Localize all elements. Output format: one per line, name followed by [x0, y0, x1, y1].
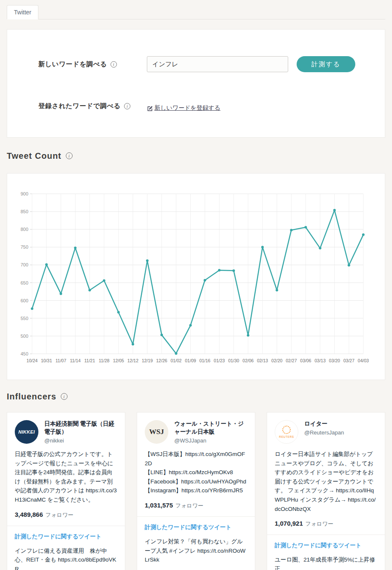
info-icon[interactable]: i	[61, 393, 68, 400]
svg-text:12/12: 12/12	[127, 358, 138, 363]
svg-text:11/14: 11/14	[70, 358, 81, 363]
word-search-input[interactable]	[147, 56, 288, 72]
svg-text:12/19: 12/19	[142, 358, 153, 363]
followers-count: 1,070,921	[275, 520, 303, 527]
tweet-count-panel: 10/2410/3111/0711/1411/2111/2812/0512/12…	[7, 173, 385, 380]
divider	[7, 526, 125, 526]
svg-text:03/06: 03/06	[300, 358, 311, 363]
new-word-label: 新しいワードを調べる	[38, 60, 107, 69]
svg-text:02/13: 02/13	[257, 358, 268, 363]
account-bio: ロイター日本語サイト編集部がトップニュースやブログ、コラム、そしておすすめのスラ…	[275, 450, 377, 513]
tweet-text: インフレ対策？「何も買わない」グループ人気 #インフレ https://t.co…	[145, 537, 247, 565]
svg-text:650: 650	[21, 280, 28, 285]
reuters-logo-icon	[282, 426, 291, 434]
registered-word-label: 登録されたワードで調べる	[38, 102, 121, 111]
wsj-logo-text: WSJ	[149, 428, 164, 436]
influencer-card-reuters: REUTERS ロイター @ReutersJapan ロイター日本語サイト編集部…	[267, 412, 385, 570]
tab-twitter-label: Twitter	[14, 9, 31, 16]
svg-text:02/27: 02/27	[286, 358, 297, 363]
measure-button[interactable]: 計測する	[297, 56, 355, 72]
influencers-section-head: Influencers i	[7, 391, 385, 402]
svg-text:01/16: 01/16	[199, 358, 210, 363]
svg-text:750: 750	[21, 244, 28, 250]
nikkei-avatar: NIKKEI	[15, 420, 38, 444]
followers-suffix: フォロワー	[46, 512, 73, 518]
account-name: 日本経済新聞 電子版（日経電子版）	[44, 420, 117, 436]
wsj-avatar: WSJ	[145, 420, 168, 444]
followers-count: 3,489,866	[15, 511, 43, 518]
edit-pencil-icon	[147, 105, 153, 111]
influencer-cards: NIKKEI 日本経済新聞 電子版（日経電子版） @nikkei 日経電子版の公…	[7, 412, 385, 570]
tweet-count-section-head: Tweet Count i	[7, 150, 385, 161]
svg-text:11/28: 11/28	[99, 358, 110, 363]
tweet-text: ユーロ圏、21年成長率予測5%に上昇修正 インフレ見通し2.4% https:/…	[275, 555, 377, 570]
svg-text:12/26: 12/26	[156, 358, 167, 363]
tweet-text: インフレに備える資産運用 株が中心、REIT・金も https://t.co/8…	[15, 546, 117, 570]
account-name: ロイター	[304, 420, 344, 428]
account-handle: @ReutersJapan	[304, 429, 344, 436]
svg-text:700: 700	[21, 262, 28, 267]
influencer-card-nikkei: NIKKEI 日本経済新聞 電子版（日経電子版） @nikkei 日経電子版の公…	[7, 412, 125, 570]
register-link-label: 新しいワードを登録する	[154, 104, 220, 112]
info-icon[interactable]: i	[124, 103, 130, 109]
info-icon[interactable]: i	[66, 152, 73, 159]
svg-text:550: 550	[21, 316, 28, 321]
followers-suffix: フォロワー	[305, 521, 333, 527]
nikkei-logo-text: NIKKEI	[18, 429, 35, 434]
info-icon[interactable]: i	[111, 61, 117, 68]
svg-text:03/20: 03/20	[329, 358, 340, 363]
account-handle: @WSJJapan	[174, 437, 247, 444]
measured-word-tweets-link[interactable]: 計測したワードに関するツイート	[15, 533, 102, 540]
svg-text:600: 600	[21, 298, 28, 303]
divider	[137, 516, 255, 517]
tweet-count-title: Tweet Count	[7, 151, 62, 161]
svg-text:12/05: 12/05	[113, 358, 124, 363]
reuters-logo-text: REUTERS	[279, 435, 294, 438]
account-bio: 日経電子版の公式アカウントです。トップページで報じたニュースを中心に注目記事を2…	[15, 450, 117, 505]
followers-count: 1,031,575	[145, 502, 173, 509]
measured-word-tweets-link[interactable]: 計測したワードに関するツイート	[275, 542, 362, 549]
reuters-avatar: REUTERS	[275, 420, 298, 444]
svg-text:01/30: 01/30	[228, 358, 239, 363]
account-bio: 【WSJ日本版】https://t.co/gXm0GmOF2D 【LINE】ht…	[145, 450, 247, 495]
influencer-card-wsj: WSJ ウォール・ストリート・ジャーナル日本版 @WSJJapan 【WSJ日本…	[137, 412, 255, 570]
svg-text:03/13: 03/13	[314, 358, 325, 363]
svg-text:04/03: 04/03	[358, 358, 369, 363]
svg-text:850: 850	[21, 209, 28, 214]
svg-text:11/07: 11/07	[56, 358, 67, 363]
tab-twitter[interactable]: Twitter	[7, 5, 38, 19]
svg-text:500: 500	[21, 334, 28, 339]
svg-text:01/23: 01/23	[214, 358, 225, 363]
divider	[267, 535, 385, 535]
svg-text:11/21: 11/21	[84, 358, 95, 363]
account-handle: @nikkei	[44, 437, 117, 444]
svg-text:01/02: 01/02	[170, 358, 181, 363]
measured-word-tweets-link[interactable]: 計測したワードに関するツイート	[145, 524, 232, 531]
svg-text:800: 800	[21, 227, 28, 232]
influencers-title: Influencers	[7, 392, 57, 402]
svg-text:10/31: 10/31	[41, 358, 52, 363]
tweet-count-chart: 10/2410/3111/0711/1411/2111/2812/0512/12…	[7, 174, 386, 380]
svg-text:900: 900	[21, 191, 28, 196]
followers-suffix: フォロワー	[176, 502, 203, 509]
tab-bar: Twitter	[7, 5, 385, 19]
svg-text:450: 450	[21, 351, 28, 356]
register-new-word-link[interactable]: 新しいワードを登録する	[147, 104, 220, 112]
word-search-panel: 新しいワードを調べる i 計測する 登録されたワードで調べる i 新しいワードを…	[7, 29, 385, 138]
account-name: ウォール・ストリート・ジャーナル日本版	[174, 420, 247, 436]
svg-text:02/06: 02/06	[243, 358, 254, 363]
svg-text:01/09: 01/09	[185, 358, 196, 363]
svg-text:02/20: 02/20	[271, 358, 282, 363]
svg-text:10/24: 10/24	[27, 358, 38, 363]
svg-text:03/27: 03/27	[343, 358, 354, 363]
